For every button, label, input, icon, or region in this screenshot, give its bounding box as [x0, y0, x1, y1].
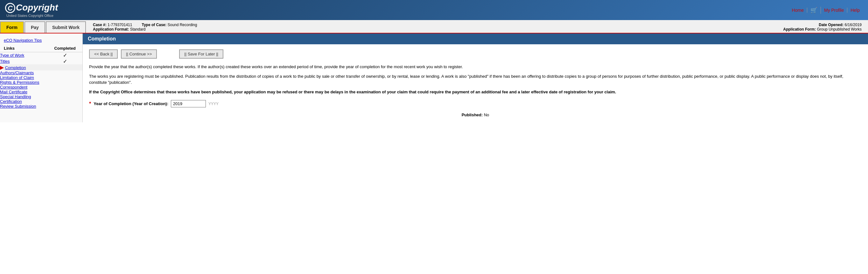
sidebar: eCO Navigation Tips Links Completed Type…: [0, 33, 83, 122]
logo-subtitle: United States Copyright Office: [6, 14, 58, 18]
form-tab[interactable]: Form: [0, 21, 24, 33]
help-link[interactable]: Help: [847, 8, 863, 13]
app-form-value: Group Unpublished Works: [817, 27, 862, 31]
logo: CCopyright United States Copyright Offic…: [5, 3, 58, 18]
cart-icon[interactable]: 🛒: [807, 7, 821, 14]
sidebar-status: [48, 64, 83, 71]
sidebar-row: Type of Work✓: [0, 52, 83, 59]
date-opened-value: 6/16/2019: [845, 23, 862, 27]
submit-work-tab[interactable]: Submit Work: [46, 21, 86, 33]
back-button[interactable]: << Back ||: [89, 49, 118, 59]
sidebar-status: [48, 85, 83, 89]
date-opened-label: Date Opened:: [819, 23, 843, 27]
sidebar-row: Correspondent: [0, 85, 83, 89]
app-format-value: Standard: [130, 27, 146, 31]
published-label: Published:: [462, 112, 483, 117]
paragraph-1: Provide the year that the author(s) comp…: [89, 64, 862, 70]
pay-tab[interactable]: Pay: [25, 21, 45, 33]
app-form-label: Application Form:: [783, 27, 816, 31]
year-label: Year of Completion (Year of Creation):: [94, 101, 168, 106]
case-number-value: 1-7793701411: [107, 23, 132, 27]
sidebar-status: [48, 71, 83, 75]
eco-tips-link[interactable]: eCO Navigation Tips: [0, 36, 83, 45]
type-of-case-label: Type of Case:: [142, 23, 166, 27]
type-of-case-value: Sound Recording: [168, 23, 197, 27]
continue-button[interactable]: || Continue >>: [121, 49, 157, 59]
home-link[interactable]: Home: [789, 8, 807, 13]
header-nav: Home 🛒 My Profile Help: [789, 7, 863, 14]
section-title: Completion: [83, 33, 868, 44]
sidebar-row: Review Submission: [0, 104, 83, 109]
published-value: No: [484, 112, 489, 117]
sidebar-row: Special Handling: [0, 94, 83, 99]
sidebar-table: Links Completed Type of Work✓Titles✓▶ Co…: [0, 45, 83, 109]
sidebar-row: Rights & Permissions: [0, 80, 83, 85]
sidebar-link-completion[interactable]: Completion: [5, 65, 26, 70]
copyright-circle: C: [5, 3, 15, 13]
sidebar-link-correspondent[interactable]: Correspondent: [0, 85, 27, 89]
date-info: Date Opened: 6/16/2019 Application Form:…: [777, 21, 868, 33]
case-number-label: Case #:: [93, 23, 106, 27]
links-col-header: Links: [0, 45, 48, 52]
sidebar-status: [48, 80, 83, 85]
sidebar-link-review-submission[interactable]: Review Submission: [0, 104, 36, 109]
paragraph-3: If the Copyright Office determines that …: [89, 89, 862, 95]
sidebar-row: Mail Certificate: [0, 89, 83, 94]
sidebar-status: [48, 75, 83, 80]
sidebar-active-arrow: ▶: [0, 65, 4, 70]
sidebar-link-special-handling[interactable]: Special Handling: [0, 94, 31, 99]
year-of-completion-row: * Year of Completion (Year of Creation):…: [89, 100, 862, 107]
sidebar-status: ✓: [48, 52, 83, 59]
app-format-label: Application Format:: [93, 27, 129, 31]
nav-buttons: << Back || || Continue >> || Save For La…: [89, 49, 862, 59]
required-star: *: [89, 101, 91, 107]
sidebar-row: ▶ Completion: [0, 64, 83, 71]
main: eCO Navigation Tips Links Completed Type…: [0, 33, 868, 122]
save-for-later-button[interactable]: || Save For Later ||: [179, 49, 223, 59]
sidebar-row: Certification: [0, 99, 83, 104]
header: CCopyright United States Copyright Offic…: [0, 0, 868, 20]
completed-col-header: Completed: [48, 45, 83, 52]
tab-bar: Form Pay Submit Work Case #: 1-779370141…: [0, 20, 868, 33]
sidebar-status: [48, 99, 83, 104]
sidebar-link-limitation-of-claim[interactable]: Limitation of Claim: [0, 75, 34, 80]
sidebar-link-rights--permissions[interactable]: Rights & Permissions: [0, 80, 39, 85]
sidebar-link-authorsclaimants[interactable]: Authors/Claimants: [0, 71, 34, 75]
sidebar-link-type-of-work[interactable]: Type of Work: [0, 53, 24, 58]
case-info: Case #: 1-7793701411 Type of Case: Sound…: [87, 21, 777, 33]
sidebar-link-mail-certificate[interactable]: Mail Certificate: [0, 89, 27, 94]
sidebar-status: ✓: [48, 58, 83, 64]
sidebar-row: Titles✓: [0, 58, 83, 64]
sidebar-status: [48, 94, 83, 99]
my-profile-link[interactable]: My Profile: [821, 8, 847, 13]
sidebar-status: [48, 104, 83, 109]
content-body: << Back || || Continue >> || Save For La…: [83, 44, 868, 122]
paragraph-2: The works you are registering must be un…: [89, 73, 862, 86]
sidebar-link-certification[interactable]: Certification: [0, 99, 22, 104]
sidebar-row: Limitation of Claim: [0, 75, 83, 80]
year-input[interactable]: [171, 100, 206, 107]
published-row: Published: No: [89, 112, 862, 117]
sidebar-status: [48, 89, 83, 94]
logo-title: CCopyright: [5, 3, 58, 13]
sidebar-row: Authors/Claimants: [0, 71, 83, 75]
sidebar-link-titles[interactable]: Titles: [0, 59, 10, 64]
content: Completion << Back || || Continue >> || …: [83, 33, 868, 122]
year-placeholder: YYYY: [209, 102, 219, 106]
